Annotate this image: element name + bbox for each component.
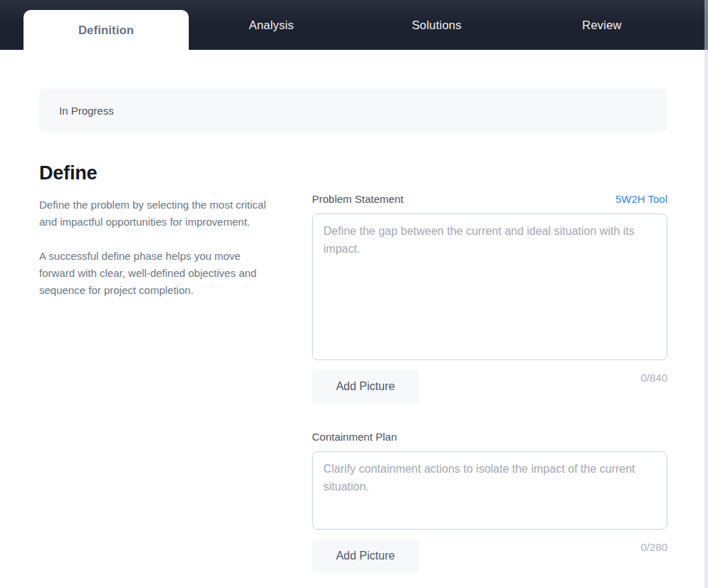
- tab-definition[interactable]: Definition: [24, 10, 189, 50]
- tab-review[interactable]: Review: [519, 0, 684, 50]
- status-banner: In Progress: [39, 88, 667, 132]
- top-tab-bar: Definition Analysis Solutions Review: [0, 0, 708, 50]
- status-label: In Progress: [59, 105, 114, 117]
- page-title: Define: [39, 162, 667, 184]
- section-description: Define the problem by selecting the most…: [39, 193, 274, 573]
- 5w2h-tool-link[interactable]: 5W2H Tool: [615, 193, 667, 205]
- tab-definition-label: Definition: [78, 23, 134, 37]
- containment-plan-footer: Add Picture 0/280: [312, 539, 667, 573]
- two-column-layout: Define the problem by selecting the most…: [39, 193, 667, 573]
- problem-statement-footer: Add Picture 0/840: [312, 369, 667, 404]
- problem-statement-input[interactable]: [312, 214, 667, 360]
- page-scrollbar[interactable]: [704, 0, 708, 588]
- tab-solutions[interactable]: Solutions: [354, 0, 519, 50]
- add-picture-button[interactable]: Add Picture: [312, 369, 419, 404]
- form-column: Problem Statement 5W2H Tool Add Picture …: [312, 193, 667, 573]
- tab-analysis[interactable]: Analysis: [189, 0, 354, 50]
- problem-statement-field: Problem Statement 5W2H Tool Add Picture …: [312, 193, 667, 404]
- tab-analysis-label: Analysis: [249, 19, 293, 32]
- problem-statement-header: Problem Statement 5W2H Tool: [312, 193, 667, 205]
- tab-solutions-label: Solutions: [412, 19, 462, 32]
- add-picture-button[interactable]: Add Picture: [312, 539, 419, 573]
- tab-review-label: Review: [582, 19, 621, 32]
- containment-plan-header: Containment Plan: [312, 431, 667, 443]
- char-counter: 0/840: [640, 369, 667, 384]
- char-counter: 0/280: [640, 539, 667, 553]
- description-paragraph-1: Define the problem by selecting the most…: [39, 196, 274, 231]
- description-paragraph-2: A successful define phase helps you move…: [39, 248, 274, 299]
- problem-statement-label: Problem Statement: [312, 193, 403, 205]
- main-content: In Progress Define Define the problem by…: [0, 88, 708, 573]
- containment-plan-input[interactable]: [312, 451, 667, 530]
- containment-plan-label: Containment Plan: [312, 431, 397, 443]
- containment-plan-field: Containment Plan Add Picture 0/280: [312, 431, 667, 573]
- tab-list: Definition Analysis Solutions Review: [24, 0, 684, 50]
